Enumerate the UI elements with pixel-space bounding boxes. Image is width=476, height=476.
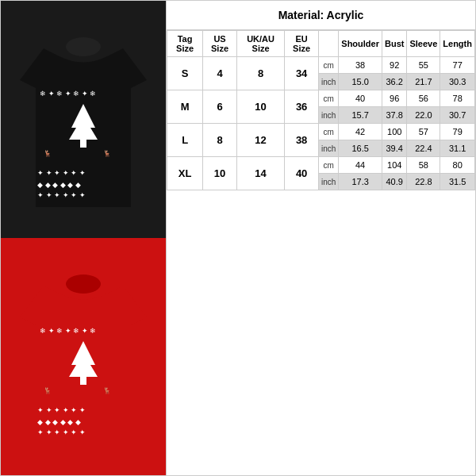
svg-text:❄ ✦ ❄ ✦ ❄ ✦ ❄: ❄ ✦ ❄ ✦ ❄ ✦ ❄ bbox=[40, 90, 96, 98]
eu-size-cell: 38 bbox=[285, 124, 319, 157]
svg-text:🦌: 🦌 bbox=[44, 149, 52, 157]
tag-size-cell: L bbox=[167, 124, 203, 157]
cm-length-cell: 77 bbox=[440, 57, 475, 74]
inch-length-cell: 31.1 bbox=[440, 140, 475, 157]
svg-text:🦌: 🦌 bbox=[103, 386, 111, 394]
cm-bust-cell: 100 bbox=[382, 124, 406, 140]
inch-sleeve-cell: 21.7 bbox=[407, 74, 440, 90]
cm-bust-cell: 96 bbox=[382, 90, 406, 107]
material-header: Material: Acrylic bbox=[167, 1, 475, 30]
cm-sleeve-cell: 56 bbox=[407, 90, 440, 107]
svg-point-0 bbox=[66, 37, 101, 56]
cm-shoulder-cell: 42 bbox=[339, 124, 382, 140]
unit-inch-cell: inch bbox=[318, 74, 338, 90]
inch-shoulder-cell: 15.0 bbox=[339, 74, 382, 90]
svg-text:◆ ◆ ◆ ◆ ◆ ◆: ◆ ◆ ◆ ◆ ◆ ◆ bbox=[37, 418, 81, 426]
size-table: Tag Size US Size UK/AU Size EU Size Shou… bbox=[167, 30, 475, 190]
tag-size-cell: M bbox=[167, 90, 203, 124]
col-ukau-size: UK/AU Size bbox=[236, 31, 284, 57]
left-panel: ❄ ✦ ❄ ✦ ❄ ✦ ❄ 🦌 🦌 ✦ ✦ ✦ ✦ ✦ ✦ ◆ ◆ ◆ ◆ ◆ … bbox=[0, 0, 167, 476]
unit-inch-cell: inch bbox=[318, 174, 338, 190]
col-shoulder: Shoulder bbox=[339, 31, 382, 57]
unit-cm-cell: cm bbox=[318, 157, 338, 174]
table-row: XL101440cm441045880 bbox=[167, 157, 475, 174]
eu-size-cell: 40 bbox=[285, 157, 319, 190]
us-size-cell: 10 bbox=[203, 157, 237, 190]
inch-bust-cell: 37.8 bbox=[382, 107, 406, 124]
unit-cm-cell: cm bbox=[318, 90, 338, 107]
ukau-size-cell: 10 bbox=[236, 90, 284, 124]
ukau-size-cell: 8 bbox=[236, 57, 284, 90]
cm-sleeve-cell: 58 bbox=[407, 157, 440, 174]
cm-length-cell: 78 bbox=[440, 90, 475, 107]
cm-shoulder-cell: 38 bbox=[339, 57, 382, 74]
cm-sleeve-cell: 55 bbox=[407, 57, 440, 74]
eu-size-cell: 36 bbox=[285, 90, 319, 124]
inch-length-cell: 31.5 bbox=[440, 174, 475, 190]
cm-length-cell: 79 bbox=[440, 124, 475, 140]
svg-point-10 bbox=[66, 274, 101, 294]
cm-shoulder-cell: 40 bbox=[339, 90, 382, 107]
inch-sleeve-cell: 22.0 bbox=[407, 107, 440, 124]
svg-text:❄ ✦ ❄ ✦ ❄ ✦ ❄: ❄ ✦ ❄ ✦ ❄ ✦ ❄ bbox=[40, 327, 96, 335]
col-eu-size: EU Size bbox=[285, 31, 319, 57]
table-row: S4834cm38925577 bbox=[167, 57, 475, 74]
us-size-cell: 6 bbox=[203, 90, 237, 124]
unit-inch-cell: inch bbox=[318, 107, 338, 124]
col-sleeve: Sleeve bbox=[407, 31, 440, 57]
svg-text:✦ ✦ ✦ ✦ ✦ ✦: ✦ ✦ ✦ ✦ ✦ ✦ bbox=[37, 428, 86, 436]
cm-length-cell: 80 bbox=[440, 157, 475, 174]
table-row: M61036cm40965678 bbox=[167, 90, 475, 107]
inch-shoulder-cell: 15.7 bbox=[339, 107, 382, 124]
col-length: Length bbox=[440, 31, 475, 57]
svg-text:🦌: 🦌 bbox=[44, 386, 52, 394]
inch-shoulder-cell: 16.5 bbox=[339, 140, 382, 157]
svg-text:✦ ✦ ✦ ✦ ✦ ✦: ✦ ✦ ✦ ✦ ✦ ✦ bbox=[37, 191, 86, 199]
inch-bust-cell: 39.4 bbox=[382, 140, 406, 157]
us-size-cell: 8 bbox=[203, 124, 237, 157]
col-tag-size: Tag Size bbox=[167, 31, 203, 57]
table-header-row: Tag Size US Size UK/AU Size EU Size Shou… bbox=[167, 31, 475, 57]
svg-text:✦ ✦ ✦ ✦ ✦ ✦: ✦ ✦ ✦ ✦ ✦ ✦ bbox=[37, 169, 86, 177]
inch-bust-cell: 40.9 bbox=[382, 174, 406, 190]
ukau-size-cell: 14 bbox=[236, 157, 284, 190]
svg-text:🦌: 🦌 bbox=[103, 149, 111, 157]
right-panel: Material: Acrylic Tag Size US Size UK/AU… bbox=[167, 0, 476, 476]
svg-rect-14 bbox=[80, 377, 86, 385]
cm-shoulder-cell: 44 bbox=[339, 157, 382, 174]
cm-bust-cell: 92 bbox=[382, 57, 406, 74]
svg-text:◆ ◆ ◆ ◆ ◆ ◆: ◆ ◆ ◆ ◆ ◆ ◆ bbox=[37, 181, 81, 189]
tag-size-cell: S bbox=[167, 57, 203, 90]
unit-cm-cell: cm bbox=[318, 124, 338, 140]
table-row: L81238cm421005779 bbox=[167, 124, 475, 140]
svg-text:✦ ✦ ✦ ✦ ✦ ✦: ✦ ✦ ✦ ✦ ✦ ✦ bbox=[37, 406, 86, 414]
unit-cm-cell: cm bbox=[318, 57, 338, 74]
svg-rect-4 bbox=[80, 140, 86, 148]
us-size-cell: 4 bbox=[203, 57, 237, 90]
inch-length-cell: 30.3 bbox=[440, 74, 475, 90]
cm-bust-cell: 104 bbox=[382, 157, 406, 174]
red-sweater-image: ❄ ✦ ❄ ✦ ❄ ✦ ❄ 🦌 🦌 ✦ ✦ ✦ ✦ ✦ ✦ ◆ ◆ ◆ ◆ ◆ … bbox=[1, 238, 166, 475]
col-bust: Bust bbox=[382, 31, 406, 57]
cm-sleeve-cell: 57 bbox=[407, 124, 440, 140]
black-sweater-image: ❄ ✦ ❄ ✦ ❄ ✦ ❄ 🦌 🦌 ✦ ✦ ✦ ✦ ✦ ✦ ◆ ◆ ◆ ◆ ◆ … bbox=[1, 1, 166, 238]
inch-bust-cell: 36.2 bbox=[382, 74, 406, 90]
inch-sleeve-cell: 22.4 bbox=[407, 140, 440, 157]
ukau-size-cell: 12 bbox=[236, 124, 284, 157]
inch-length-cell: 30.7 bbox=[440, 107, 475, 124]
col-unit bbox=[318, 31, 338, 57]
inch-sleeve-cell: 22.8 bbox=[407, 174, 440, 190]
unit-inch-cell: inch bbox=[318, 140, 338, 157]
tag-size-cell: XL bbox=[167, 157, 203, 190]
col-us-size: US Size bbox=[203, 31, 237, 57]
inch-shoulder-cell: 17.3 bbox=[339, 174, 382, 190]
eu-size-cell: 34 bbox=[285, 57, 319, 90]
